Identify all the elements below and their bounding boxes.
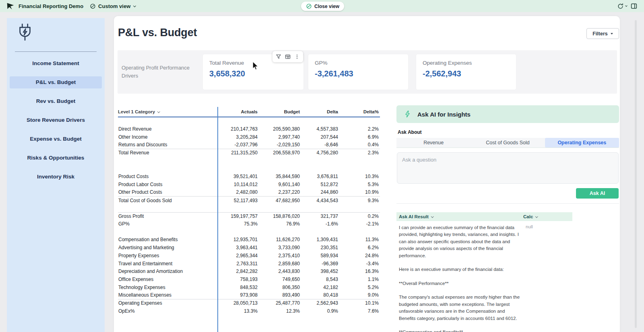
table-row[interactable]: Gross Profit159,197,757158,876,020321,73… — [118, 212, 380, 220]
dropdown-caret-icon — [611, 33, 613, 35]
kpi-label: GP% — [315, 60, 402, 66]
row-value: 1,309,431 — [300, 237, 338, 242]
scrollbar[interactable] — [635, 20, 637, 328]
sidebar-item[interactable]: Risks & Opportunities — [10, 152, 102, 164]
refresh-button[interactable] — [617, 3, 627, 10]
sidebar-item[interactable]: P&L vs. Budget — [10, 76, 102, 88]
row-value: 47,682,950 — [258, 198, 300, 203]
pl-table-rows: Direct Revenue210,147,763205,590,3804,55… — [118, 125, 380, 315]
row-value: 749,650 — [258, 277, 300, 282]
view-label: Custom view — [98, 3, 130, 9]
column-header-category[interactable]: Level 1 Category — [118, 109, 217, 114]
row-category: Miscellaneous Expenses — [118, 292, 217, 298]
table-icon[interactable] — [285, 53, 291, 60]
row-value: 10.9% — [338, 189, 379, 195]
table-row[interactable]: Other Product Costs2,482,0802,237,220244… — [118, 189, 380, 197]
table-row[interactable]: Miscellaneous Expenses973,908893,49080,4… — [118, 291, 380, 299]
panel-toggle-icon — [630, 2, 638, 10]
sidebar-item[interactable]: Expense vs. Budget — [10, 133, 102, 145]
table-row[interactable]: Operating Expenses28,050,71325,487,7702,… — [118, 299, 380, 307]
view-icon — [90, 3, 96, 9]
ai-section-divider — [396, 203, 619, 204]
table-row[interactable]: Advertising and Marketing3,963,4413,733,… — [118, 244, 380, 252]
row-category: Total Revenue — [118, 150, 217, 156]
column-header-delta[interactable]: Delta — [300, 109, 338, 114]
table-row[interactable]: Other Income3,205,2842,997,740207,5446.9… — [118, 133, 380, 141]
column-header-actuals[interactable]: Actuals — [217, 109, 258, 114]
row-value: 28,050,713 — [217, 300, 258, 306]
kpi-card[interactable]: GP%-3,261,483 — [308, 54, 408, 90]
table-row[interactable]: Compensation and Benefits12,935,70111,62… — [118, 236, 380, 244]
sidebar-divider — [15, 51, 97, 52]
sidebar-item[interactable]: Store Revenue Drivers — [10, 114, 102, 126]
ai-result-paragraph: I can provide an executive summary of th… — [399, 224, 521, 259]
ask-ai-button[interactable]: Ask AI — [576, 188, 619, 199]
bird-logo-icon[interactable] — [6, 2, 14, 10]
row-value: 2,482,080 — [217, 189, 258, 195]
table-row[interactable]: Technology Expenses848,532806,35042,1825… — [118, 283, 380, 291]
calc-header-label: Calc — [523, 214, 533, 219]
row-value: -8,646 — [300, 142, 338, 148]
calc-column-header[interactable]: Calc — [523, 214, 538, 219]
row-category: Other Product Costs — [118, 189, 217, 195]
row-category: Depreciation and Amortization — [118, 268, 217, 274]
row-value: 12.3% — [258, 308, 300, 314]
row-value: 512,872 — [300, 182, 338, 187]
kebab-menu-icon[interactable] — [294, 53, 300, 60]
table-row[interactable]: Depreciation and Amortization2,842,2822,… — [118, 267, 380, 275]
table-row[interactable]: Product Costs39,521,40135,844,5903,676,8… — [118, 172, 380, 180]
table-row[interactable]: Total Revenue211,315,250206,558,9704,756… — [118, 149, 380, 157]
topbar-actions — [617, 2, 638, 10]
sidebar-item[interactable]: Inventory Risk — [10, 171, 102, 183]
ai-result-text: I can provide an executive summary of th… — [399, 224, 521, 332]
filters-button[interactable]: Filters — [586, 28, 619, 39]
filter-funnel-icon[interactable] — [275, 53, 282, 60]
kpi-label: Operating Expenses — [423, 60, 510, 66]
row-value: 159,197,757 — [217, 213, 258, 219]
row-value: 7.6% — [338, 308, 379, 314]
row-category: Advertising and Marketing — [118, 245, 217, 250]
ai-result-paragraph: **Overall Performance** — [399, 280, 521, 287]
panel-toggle-button[interactable] — [630, 2, 638, 10]
row-value: 75.3% — [217, 221, 258, 227]
table-row[interactable]: Returns and Discounts-2,037,796-2,029,15… — [118, 141, 380, 149]
row-value: 758,193 — [217, 277, 258, 282]
table-row[interactable]: Total Cost of Goods Sold52,117,49347,682… — [118, 196, 380, 204]
table-row[interactable]: Direct Revenue210,147,763205,590,3804,55… — [118, 125, 380, 133]
lightning-bolt-icon — [405, 110, 411, 118]
view-switcher[interactable]: Custom view — [90, 3, 136, 9]
column-header-delta-pct[interactable]: Delta% — [338, 109, 379, 114]
kpi-strip: Operating Profit Performance Drivers Tot… — [118, 50, 617, 94]
row-category: Direct Revenue — [118, 126, 217, 132]
table-row[interactable]: Property Expenses2,965,3442,375,410589,9… — [118, 252, 380, 260]
ai-result-column-header[interactable]: Ask AI Result — [399, 214, 523, 219]
row-category: GP% — [118, 221, 217, 227]
ai-result-paragraph: **Compensation and Benefits** — [399, 329, 521, 332]
table-row[interactable]: Office Expenses758,193749,6508,5431.1% — [118, 275, 380, 283]
row-value: 5.3% — [338, 182, 379, 187]
sidebar: Income StatementP&L vs. BudgetRev vs. Bu… — [7, 18, 105, 332]
ai-question-input[interactable] — [397, 152, 619, 184]
row-value: 3,963,441 — [217, 245, 258, 250]
table-row[interactable]: GP%75.3%76.9%-1.6%-2.1% — [118, 220, 380, 228]
ai-tab[interactable]: Operating Expenses — [545, 138, 619, 148]
row-value: 2,965,344 — [217, 253, 258, 258]
kpi-card[interactable]: Operating Expenses-2,562,943 — [416, 54, 516, 90]
table-row[interactable]: Product Labor Costs10,114,0129,601,14051… — [118, 180, 380, 189]
table-row[interactable]: OpEx%13.3%12.3%0.9%7.6% — [118, 307, 380, 315]
row-value: -1.6% — [300, 221, 338, 227]
sidebar-item[interactable]: Income Statement — [10, 57, 102, 70]
row-value: 11,626,270 — [258, 237, 300, 242]
row-value: 893,490 — [258, 292, 300, 298]
column-header-budget[interactable]: Budget — [258, 109, 300, 114]
row-value: 848,532 — [217, 285, 258, 290]
row-value: 12,935,701 — [217, 237, 258, 242]
ai-tab[interactable]: Cost of Goods Sold — [471, 138, 545, 148]
close-view-button[interactable]: Close view — [301, 2, 344, 11]
sidebar-item[interactable]: Rev vs. Budget — [10, 95, 102, 107]
row-category: Property Expenses — [118, 253, 217, 258]
row-value: 80,418 — [300, 292, 338, 298]
calc-value: null — [526, 224, 533, 332]
ai-tab[interactable]: Revenue — [396, 138, 471, 148]
table-row[interactable]: Travel and Entertainment2,763,3112,859,6… — [118, 260, 380, 268]
